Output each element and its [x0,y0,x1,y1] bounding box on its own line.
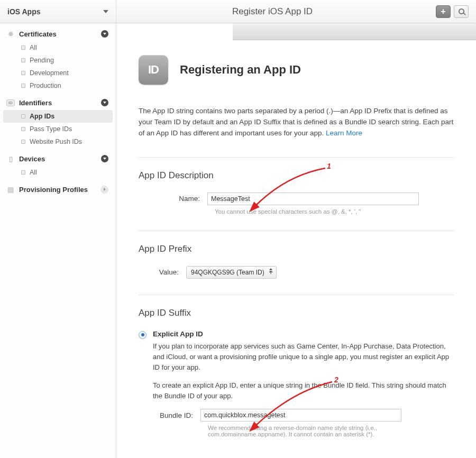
value-label: Value: [139,268,186,276]
nav-header-label: Provisioning Profiles [19,186,100,194]
hero-badge-text: ID [148,63,159,77]
nav-item-certificates-pending[interactable]: Pending [3,54,113,67]
annotation-arrow-2 [249,379,338,432]
search-button[interactable] [454,5,469,18]
search-icon [459,8,464,14]
bullet-icon [21,170,25,175]
hero-row: ID Registering an App ID [139,55,454,85]
bullet-icon [21,45,25,50]
add-button[interactable]: + [436,5,451,18]
bullet-icon [21,127,25,131]
team-id-select[interactable]: 94QGKQGS9G (Team ID) [186,266,277,279]
app-id-badge-icon: ID [139,55,168,85]
bullet-icon [21,114,25,118]
plus-icon: + [441,7,445,16]
section-heading: App ID Suffix [139,308,454,318]
app-category-dropdown-container: iOS Apps [0,0,116,23]
nav-item-label: Development [30,69,69,77]
collapse-toggle-icon [101,99,108,106]
bullet-icon [21,84,25,88]
name-label: Name: [139,195,207,203]
radio-selected-icon [139,331,147,339]
nav-header-provisioning[interactable]: Provisioning Profiles [0,182,116,197]
app-category-label: iOS Apps [7,7,41,16]
annotation-arrow-1 [249,165,333,213]
nav-item-label: App IDs [30,113,54,120]
nav-section-devices: Devices All [0,151,116,179]
document-icon [6,185,15,194]
nav-item-certificates-all[interactable]: All [3,41,113,54]
nav-header-label: Certificates [19,30,101,38]
nav-item-label: Pending [30,57,54,64]
nav-item-website-push-ids[interactable]: Website Push IDs [3,135,113,148]
section-heading: App ID Prefix [139,244,454,254]
bullet-icon [21,140,25,144]
bullet-icon [21,71,25,75]
bundle-id-label: Bundle ID: [153,411,200,419]
nav-header-identifiers[interactable]: ID Identifiers [0,95,116,110]
chevron-down-icon [103,10,108,13]
nav-header-label: Devices [19,155,101,163]
topbar-actions: + [428,5,476,18]
nav-header-label: Identifiers [19,99,101,107]
nav-header-devices[interactable]: Devices [0,151,116,166]
nav-item-label: Pass Type IDs [30,125,72,133]
nav-section-certificates: Certificates All Pending Development Pro… [0,26,116,92]
nav-item-certificates-development[interactable]: Development [3,67,113,79]
sidebar: Certificates All Pending Development Pro… [0,23,116,458]
certificate-icon [6,30,15,38]
collapse-toggle-icon [101,30,108,38]
nav-item-app-ids[interactable]: App IDs [3,110,113,123]
nav-item-certificates-production[interactable]: Production [3,79,113,92]
nav-header-certificates[interactable]: Certificates [0,26,116,41]
nav-item-devices-all[interactable]: All [3,166,113,179]
intro-paragraph: The App ID string contains two parts sep… [139,106,454,139]
page-title: Register iOS App ID [116,6,428,17]
explicit-app-id-desc1: If you plan to incorporate app services … [153,341,454,373]
nav-item-pass-type-ids[interactable]: Pass Type IDs [3,123,113,135]
section-app-id-prefix: App ID Prefix Value: 94QGKQGS9G (Team ID… [139,231,454,295]
hero-title: Registering an App ID [180,63,301,77]
device-icon [6,154,15,163]
secondary-toolbar [233,23,476,40]
explicit-app-id-title: Explicit App ID [153,330,454,338]
top-bar: iOS Apps Register iOS App ID + [0,0,476,23]
collapse-toggle-icon [101,155,108,162]
nav-section-provisioning: Provisioning Profiles [0,182,116,197]
id-badge-icon: ID [6,98,15,107]
form-row-value: Value: 94QGKQGS9G (Team ID) [139,266,454,279]
expand-toggle-icon [100,186,108,194]
team-id-selected: 94QGKQGS9G (Team ID) [191,269,264,276]
nav-item-label: Website Push IDs [30,138,82,145]
nav-section-identifiers: ID Identifiers App IDs Pass Type IDs Web… [0,95,116,148]
nav-item-label: All [30,44,37,51]
bullet-icon [21,58,25,62]
learn-more-link[interactable]: Learn More [326,129,362,137]
intro-text: The App ID string contains two parts sep… [139,107,453,137]
nav-item-label: All [30,169,37,176]
select-stepper-icon [269,268,272,273]
nav-item-label: Production [30,82,61,89]
app-category-dropdown[interactable]: iOS Apps [7,7,108,16]
